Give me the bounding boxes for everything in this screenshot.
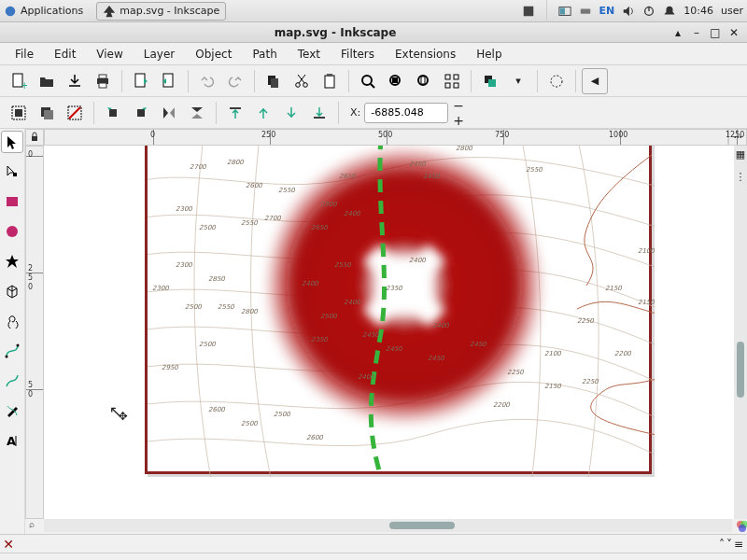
taskbar-app-inkscape[interactable]: map.svg - Inkscape: [96, 2, 226, 21]
zoom-drawing-button[interactable]: [383, 68, 409, 94]
svg-rect-31: [445, 83, 450, 88]
maximize-button[interactable]: □: [708, 25, 723, 40]
bezier-tool[interactable]: [1, 340, 23, 362]
color-managed-icon[interactable]: [732, 519, 747, 534]
svg-rect-15: [135, 74, 145, 87]
zoom-center-button[interactable]: [439, 68, 465, 94]
x-coord-spinner[interactable]: − +: [452, 100, 471, 126]
paste-button[interactable]: [317, 68, 343, 94]
spiral-tool[interactable]: [1, 310, 23, 332]
flip-h-button[interactable]: [156, 100, 182, 126]
svg-text:2950: 2950: [162, 364, 178, 371]
zoom-page-button[interactable]: [411, 68, 437, 94]
tray-notifications-icon[interactable]: [663, 5, 676, 18]
dots-icon[interactable]: ⋮: [734, 170, 747, 183]
print-button[interactable]: [90, 68, 116, 94]
lock-guides-toggle[interactable]: [25, 129, 44, 146]
vscroll-thumb[interactable]: [737, 342, 744, 398]
xfce-menu-icon[interactable]: [4, 5, 17, 18]
clone-dropdown[interactable]: ▾: [505, 68, 531, 94]
tray-user[interactable]: user: [721, 5, 743, 17]
tray-volume-icon[interactable]: [622, 5, 635, 18]
ruler-horizontal[interactable]: 0 250 500 750 1000 1250: [44, 129, 728, 146]
cut-button[interactable]: [289, 68, 315, 94]
svg-point-52: [7, 226, 18, 237]
svg-line-41: [69, 107, 80, 119]
lower-bottom-button[interactable]: [306, 100, 332, 126]
tray-workspaces-icon[interactable]: [558, 5, 571, 18]
tray-power-icon[interactable]: [642, 5, 655, 18]
export-button[interactable]: [156, 68, 182, 94]
minimize-button[interactable]: –: [689, 25, 704, 40]
svg-marker-45: [170, 107, 175, 119]
node-tool[interactable]: [1, 161, 23, 183]
svg-rect-37: [15, 109, 22, 117]
palette-none[interactable]: ✕: [0, 536, 17, 553]
scrollbar-horizontal[interactable]: [44, 519, 732, 532]
svg-rect-50: [13, 173, 17, 176]
flip-v-button[interactable]: [184, 100, 210, 126]
svg-text:2550: 2550: [278, 187, 295, 194]
ellipse-tool[interactable]: [1, 220, 23, 243]
menu-object[interactable]: Object: [186, 45, 241, 63]
applications-menu[interactable]: Applications: [21, 5, 83, 17]
palette-up[interactable]: ˄: [719, 538, 725, 551]
svg-text:2450: 2450: [428, 355, 444, 362]
tray-language[interactable]: EN: [599, 5, 615, 17]
copy-button[interactable]: [261, 68, 287, 94]
svg-text:2500: 2500: [241, 420, 258, 427]
redo-button[interactable]: [222, 68, 248, 94]
lower-button[interactable]: [278, 100, 304, 126]
roll-up-button[interactable]: ▴: [670, 25, 685, 40]
menu-file[interactable]: File: [6, 45, 43, 63]
raise-top-button[interactable]: [222, 100, 248, 126]
deselect-button[interactable]: [62, 100, 88, 126]
close-button[interactable]: ✕: [726, 25, 741, 40]
open-button[interactable]: [34, 68, 60, 94]
palette-down[interactable]: ˅: [726, 538, 732, 551]
star-tool[interactable]: [1, 250, 23, 273]
rotate-ccw-button[interactable]: [100, 100, 126, 126]
3dbox-tool[interactable]: [1, 280, 23, 302]
calligraphy-tool[interactable]: [1, 399, 23, 422]
select-all-layers-button[interactable]: [34, 100, 60, 126]
text-tool[interactable]: A: [1, 429, 23, 452]
menu-help[interactable]: Help: [467, 45, 511, 63]
menu-path[interactable]: Path: [243, 45, 286, 63]
menu-extensions[interactable]: Extensions: [386, 45, 465, 63]
tray-gimp-icon[interactable]: [522, 5, 535, 18]
tray-clock[interactable]: 10:46: [684, 5, 713, 17]
ruler-vertical[interactable]: 0 2 5 0 5 0: [25, 146, 44, 519]
rotate-cw-button[interactable]: [128, 100, 154, 126]
selector-tool[interactable]: [1, 131, 23, 153]
menu-view[interactable]: View: [87, 45, 132, 63]
svg-text:2400: 2400: [358, 373, 374, 381]
select-all-button[interactable]: [6, 100, 32, 126]
svg-rect-2: [523, 6, 533, 16]
menu-edit[interactable]: Edit: [45, 45, 85, 63]
cms-toggle-icon[interactable]: ▦: [734, 147, 747, 161]
overflow-left-button[interactable]: ◀: [582, 68, 608, 94]
hscroll-thumb[interactable]: [389, 522, 455, 529]
zoom-selection-button[interactable]: [355, 68, 381, 94]
save-button[interactable]: [62, 68, 88, 94]
scrollbar-vertical[interactable]: ▦ ⋮: [734, 146, 747, 519]
rectangle-tool[interactable]: [1, 190, 23, 213]
svg-marker-1: [104, 5, 115, 16]
quick-zoom-toggle[interactable]: ⌕: [25, 519, 44, 534]
pencil-tool[interactable]: [1, 370, 23, 392]
menu-text[interactable]: Text: [289, 45, 330, 63]
canvas[interactable]: 2700280028002600255026502450245025502300…: [44, 146, 734, 519]
undo-button[interactable]: [194, 68, 220, 94]
new-doc-button[interactable]: +: [6, 68, 32, 94]
menu-filters[interactable]: Filters: [331, 45, 384, 63]
import-button[interactable]: [128, 68, 154, 94]
raise-button[interactable]: [250, 100, 276, 126]
unlink-button[interactable]: [543, 68, 570, 94]
svg-marker-53: [6, 255, 19, 268]
menu-layer[interactable]: Layer: [134, 45, 184, 63]
x-coord-input[interactable]: [364, 103, 448, 123]
palette-menu[interactable]: ≡: [734, 538, 743, 551]
tray-drive-icon[interactable]: [579, 5, 592, 18]
duplicate-button[interactable]: [477, 68, 503, 94]
